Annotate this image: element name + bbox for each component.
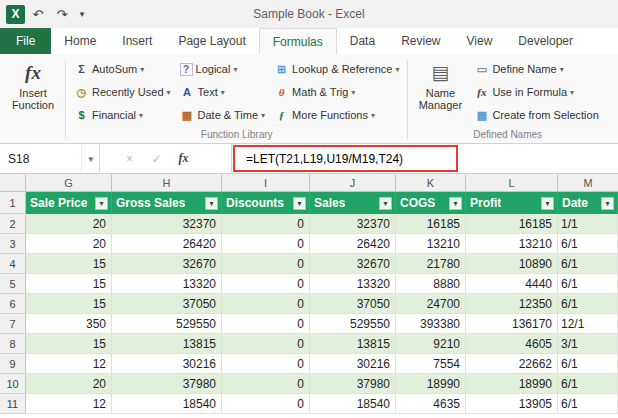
cell[interactable]: 4635 <box>396 394 466 414</box>
tab-formulas[interactable]: Formulas <box>259 28 337 54</box>
cell[interactable]: 16185 <box>466 214 558 234</box>
cell[interactable]: 13815 <box>310 334 396 354</box>
tab-file[interactable]: File <box>0 28 51 54</box>
cell[interactable]: 6/1 <box>558 254 618 274</box>
table-header-cell[interactable]: COGS ▼ <box>396 192 466 214</box>
row-header[interactable]: 9 <box>0 354 26 374</box>
cell[interactable]: 6/1 <box>558 234 618 254</box>
enter-icon[interactable]: ✓ <box>143 152 170 166</box>
table-header-cell[interactable]: Gross Sales ▼ <box>112 192 222 214</box>
cell[interactable]: 13210 <box>466 234 558 254</box>
text-button[interactable]: A Text <box>177 81 269 103</box>
tab-insert[interactable]: Insert <box>109 28 165 54</box>
cell[interactable]: 26420 <box>310 234 396 254</box>
cell[interactable]: 32370 <box>310 214 396 234</box>
redo-button[interactable]: ↷ <box>51 4 73 24</box>
cell[interactable]: 0 <box>222 334 310 354</box>
cell[interactable]: 0 <box>222 354 310 374</box>
column-header-h[interactable]: H <box>112 174 222 191</box>
cell[interactable]: 13320 <box>310 274 396 294</box>
math-trig-button[interactable]: θ Math & Trig <box>271 81 402 103</box>
cell[interactable]: 0 <box>222 374 310 394</box>
column-header-j[interactable]: J <box>310 174 396 191</box>
select-all-corner[interactable] <box>0 174 26 191</box>
formula-input[interactable]: =LET(T21,L19,U19/M19,T24) <box>232 144 618 173</box>
row-header[interactable]: 6 <box>0 294 26 314</box>
cell[interactable]: 6/1 <box>558 374 618 394</box>
cell[interactable]: 24700 <box>396 294 466 314</box>
tab-view[interactable]: View <box>454 28 506 54</box>
cell[interactable]: 16185 <box>396 214 466 234</box>
cell[interactable]: 15 <box>26 294 112 314</box>
cell[interactable]: 32370 <box>112 214 222 234</box>
tab-page-layout[interactable]: Page Layout <box>165 28 258 54</box>
row-header[interactable]: 8 <box>0 334 26 354</box>
tab-data[interactable]: Data <box>337 28 388 54</box>
lookup-reference-button[interactable]: ⊞ Lookup & Reference <box>271 58 402 80</box>
cell[interactable]: 12350 <box>466 294 558 314</box>
table-header-cell[interactable]: Sales ▼ <box>310 192 396 214</box>
cell[interactable]: 37980 <box>310 374 396 394</box>
name-box-dropdown-icon[interactable]: ▾ <box>81 144 99 173</box>
cell[interactable]: 4440 <box>466 274 558 294</box>
cell[interactable]: 0 <box>222 214 310 234</box>
cell[interactable]: 18990 <box>396 374 466 394</box>
filter-button[interactable]: ▼ <box>205 197 218 210</box>
row-header[interactable]: 5 <box>0 274 26 294</box>
column-header-k[interactable]: K <box>396 174 466 191</box>
cell[interactable]: 32670 <box>112 254 222 274</box>
filter-button[interactable]: ▼ <box>379 197 392 210</box>
row-header[interactable]: 2 <box>0 214 26 234</box>
cell[interactable]: 20 <box>26 214 112 234</box>
cell[interactable]: 26420 <box>112 234 222 254</box>
cell[interactable]: 30216 <box>310 354 396 374</box>
cell[interactable]: 529550 <box>112 314 222 334</box>
cell[interactable]: 13210 <box>396 234 466 254</box>
cell[interactable]: 6/1 <box>558 354 618 374</box>
cell[interactable]: 20 <box>26 374 112 394</box>
cell[interactable]: 32670 <box>310 254 396 274</box>
filter-button[interactable]: ▼ <box>541 197 554 210</box>
table-header-cell[interactable]: Discounts ▼ <box>222 192 310 214</box>
customize-qat-button[interactable]: ▾ <box>75 4 89 24</box>
tab-review[interactable]: Review <box>388 28 453 54</box>
logical-button[interactable]: ? Logical <box>177 58 269 80</box>
cell[interactable]: 37050 <box>310 294 396 314</box>
row-header[interactable]: 3 <box>0 234 26 254</box>
cell[interactable]: 22662 <box>466 354 558 374</box>
cell[interactable]: 18540 <box>310 394 396 414</box>
recently-used-button[interactable]: ◷ Recently Used <box>71 81 174 103</box>
cell[interactable]: 6/1 <box>558 294 618 314</box>
column-header-g[interactable]: G <box>26 174 112 191</box>
date-time-button[interactable]: ▦ Date & Time <box>177 104 269 126</box>
column-header-i[interactable]: I <box>222 174 310 191</box>
cell[interactable]: 8880 <box>396 274 466 294</box>
filter-button[interactable]: ▼ <box>293 197 306 210</box>
insert-function-button[interactable]: fx Insert Function <box>6 58 60 114</box>
insert-function-fx-icon[interactable]: fx <box>170 151 197 166</box>
cell[interactable]: 393380 <box>396 314 466 334</box>
row-header[interactable]: 10 <box>0 374 26 394</box>
row-header[interactable]: 11 <box>0 394 26 414</box>
cancel-icon[interactable]: × <box>116 152 143 166</box>
filter-button[interactable]: ▼ <box>449 197 462 210</box>
financial-button[interactable]: $ Financial <box>71 104 174 126</box>
undo-button[interactable]: ↶ <box>27 4 49 24</box>
cell[interactable]: 18990 <box>466 374 558 394</box>
cell[interactable]: 10890 <box>466 254 558 274</box>
cell[interactable]: 7554 <box>396 354 466 374</box>
cell[interactable]: 0 <box>222 254 310 274</box>
cell[interactable]: 136170 <box>466 314 558 334</box>
filter-button[interactable]: ▼ <box>95 197 108 210</box>
cell[interactable]: 21780 <box>396 254 466 274</box>
cell[interactable]: 30216 <box>112 354 222 374</box>
cell[interactable]: 13815 <box>112 334 222 354</box>
table-header-cell[interactable]: Date ▼ <box>558 192 618 214</box>
cell[interactable]: 15 <box>26 334 112 354</box>
column-header-l[interactable]: L <box>466 174 558 191</box>
define-name-button[interactable]: ▭ Define Name <box>471 58 601 80</box>
tab-developer[interactable]: Developer <box>505 28 586 54</box>
column-header-m[interactable]: M <box>558 174 618 191</box>
cell[interactable]: 3/1 <box>558 334 618 354</box>
cell[interactable]: 0 <box>222 234 310 254</box>
